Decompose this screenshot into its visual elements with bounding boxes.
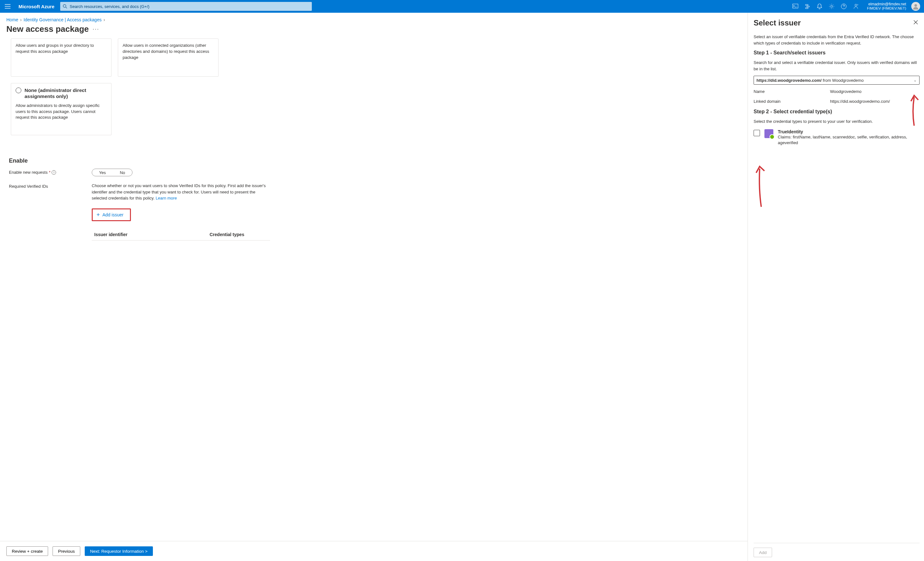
- avatar[interactable]: [911, 2, 920, 11]
- account-email: elmadmin@fimdev.net: [867, 2, 906, 6]
- topbar-actions: [789, 0, 862, 13]
- hamburger-menu-icon[interactable]: [3, 1, 13, 12]
- search-input[interactable]: [70, 4, 309, 9]
- directories-icon[interactable]: [801, 0, 813, 13]
- account-tenant: FIMDEV (FIMDEV.NET): [867, 6, 906, 11]
- account-info[interactable]: elmadmin@fimdev.net FIMDEV (FIMDEV.NET): [864, 2, 909, 11]
- cloud-shell-icon[interactable]: [789, 0, 801, 13]
- search-icon: [63, 4, 67, 9]
- brand-label[interactable]: Microsoft Azure: [15, 4, 58, 9]
- topbar: Microsoft Azure elmadmin@fimdev.net FIMD…: [0, 0, 924, 13]
- svg-point-6: [915, 4, 917, 7]
- feedback-icon[interactable]: [850, 0, 862, 13]
- notifications-icon[interactable]: [813, 0, 826, 13]
- settings-icon[interactable]: [826, 0, 838, 13]
- svg-rect-2: [793, 4, 798, 8]
- svg-point-0: [63, 4, 66, 7]
- help-icon[interactable]: [838, 0, 850, 13]
- global-search[interactable]: [60, 2, 312, 11]
- svg-point-5: [855, 4, 857, 6]
- svg-line-1: [66, 7, 67, 8]
- svg-point-3: [831, 5, 832, 7]
